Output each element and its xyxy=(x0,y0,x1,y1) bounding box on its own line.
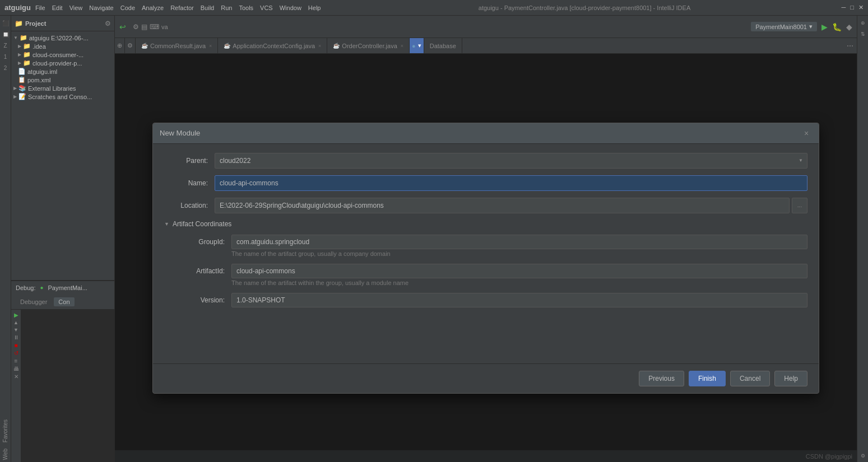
toolbar-icon-settings[interactable]: ⚙ xyxy=(133,23,139,31)
favorites-label: Favorites xyxy=(1,417,10,445)
tab-console[interactable]: Con xyxy=(54,297,74,306)
debug-btn-settings[interactable]: ≡ xyxy=(15,358,18,364)
title-center: atguigu - PaymentController.java [cloud-… xyxy=(327,4,841,11)
editor-tabs: ⊕ ⚙ ☕ CommonResult.java × ☕ ApplicationC… xyxy=(115,38,857,54)
nav-icon-back[interactable]: ↩ xyxy=(119,22,126,31)
scratches-icon: 📝 xyxy=(18,93,26,100)
menu-build[interactable]: Build xyxy=(201,4,214,11)
toolbar-icon-format[interactable]: ⌨ xyxy=(150,23,159,31)
debug-btn-down[interactable]: ▼ xyxy=(13,327,18,333)
location-input[interactable] xyxy=(215,198,790,213)
tree-item-provider[interactable]: ▶ 📁 cloud-provider-p... xyxy=(11,59,114,67)
tab-database-label: Database xyxy=(430,43,456,49)
debug-btn-restart[interactable]: ↺ xyxy=(14,350,18,356)
project-folder-icon: 📁 xyxy=(20,34,27,41)
debug-btn-resume[interactable]: ▶ xyxy=(14,312,18,318)
tab-database[interactable]: Database xyxy=(424,38,462,54)
tab-active[interactable]: ● ▾ xyxy=(410,38,424,54)
tree-item-root[interactable]: ▼ 📁 atguigu E:\2022-06-... xyxy=(11,34,114,42)
cancel-button[interactable]: Cancel xyxy=(730,371,770,386)
menu-run[interactable]: Run xyxy=(221,4,232,11)
debug-btn-pause[interactable]: ⏸ xyxy=(13,334,19,340)
tab-debugger[interactable]: Debugger xyxy=(16,297,52,306)
name-input[interactable] xyxy=(215,175,807,191)
tab-commonresult-label: CommonResult.java xyxy=(150,43,206,49)
run-button[interactable]: ▶ xyxy=(821,22,828,31)
name-label: Name: xyxy=(164,179,215,187)
tree-item-idea[interactable]: ▶ 📁 .idea xyxy=(11,42,114,50)
menu-bar[interactable]: File Edit View Navigate Code Analyze Ref… xyxy=(35,4,321,11)
sidebar-icon-5[interactable]: 2 xyxy=(1,63,11,73)
location-browse-button[interactable]: ... xyxy=(792,198,807,213)
right-icon-gear[interactable]: ⚙ xyxy=(858,451,868,461)
close-tab-commonresult[interactable]: × xyxy=(209,43,212,49)
toolbar-search-text: va xyxy=(161,24,168,30)
tab-appcontext[interactable]: ☕ ApplicationContextConfig.java × xyxy=(218,38,327,54)
profile-button[interactable]: ◆ xyxy=(846,22,852,31)
run-config-selector[interactable]: PaymentMain8001 ▾ xyxy=(751,22,817,31)
minimize-button[interactable]: ─ xyxy=(842,4,846,11)
dialog-close-button[interactable]: × xyxy=(801,128,812,139)
sidebar-icon-4[interactable]: 1 xyxy=(1,52,11,62)
menu-navigate[interactable]: Navigate xyxy=(89,4,113,11)
location-row: Location: ... xyxy=(164,198,807,213)
close-button[interactable]: ✕ xyxy=(858,4,864,11)
menu-edit[interactable]: Edit xyxy=(52,4,63,11)
tab-nav-settings[interactable]: ⚙ xyxy=(125,38,136,54)
menu-window[interactable]: Window xyxy=(280,4,301,11)
debug-btn-clear[interactable]: ✕ xyxy=(14,374,18,380)
parent-select[interactable]: cloud2022 xyxy=(215,153,807,169)
tree-item-external[interactable]: ▶ 📚 External Libraries xyxy=(11,84,114,92)
tree-item-iml[interactable]: 📄 atguigu.iml xyxy=(11,67,114,76)
run-config-arrow: ▾ xyxy=(809,23,813,30)
active-tab-dropdown[interactable]: ▾ xyxy=(418,42,421,49)
settings-icon[interactable]: ⚙ xyxy=(105,20,111,27)
menu-help[interactable]: Help xyxy=(308,4,321,11)
menu-file[interactable]: File xyxy=(35,4,45,11)
close-tab-ordercontroller[interactable]: × xyxy=(401,43,403,49)
menu-tools[interactable]: Tools xyxy=(239,4,253,11)
menu-code[interactable]: Code xyxy=(120,4,135,11)
tree-item-scratches[interactable]: ▶ 📝 Scratches and Conso... xyxy=(11,92,114,101)
window-controls[interactable]: ─ □ ✕ xyxy=(842,4,864,11)
groupid-label: GroupId: xyxy=(175,235,231,246)
right-icon-world[interactable]: ⊕ xyxy=(858,18,868,28)
debug-session[interactable]: PaymentMai... xyxy=(48,284,87,291)
scratches-arrow: ▶ xyxy=(13,94,17,99)
tab-nav-left[interactable]: ⊕ xyxy=(115,38,125,54)
previous-button[interactable]: Previous xyxy=(639,371,684,386)
artifact-section-header[interactable]: ▼ Artifact Coordinates xyxy=(164,220,807,228)
java-file-icon-2: ☕ xyxy=(224,43,230,49)
debug-btn-up[interactable]: ▲ xyxy=(13,320,18,325)
close-tab-appcontext[interactable]: × xyxy=(318,43,321,49)
debug-button[interactable]: 🐛 xyxy=(832,22,842,31)
sidebar-icon-1[interactable]: ⬛ xyxy=(1,18,11,28)
debug-tabs: Debugger Con xyxy=(11,294,114,310)
maximize-button[interactable]: □ xyxy=(850,4,854,11)
debug-btn-print[interactable]: 🖶 xyxy=(13,366,19,372)
ext-arrow: ▶ xyxy=(13,86,17,91)
toolbar-icon-layout[interactable]: ▤ xyxy=(141,23,147,31)
help-button[interactable]: Help xyxy=(774,371,807,386)
sidebar-icon-3[interactable]: Z xyxy=(1,40,11,50)
sidebar-icon-2[interactable]: 🔲 xyxy=(1,29,11,39)
groupid-input[interactable] xyxy=(231,235,807,249)
debug-btn-stop[interactable]: ■ xyxy=(14,342,17,348)
right-icon-arrows[interactable]: ⇅ xyxy=(858,29,868,39)
tab-commonresult[interactable]: ☕ CommonResult.java × xyxy=(136,38,218,54)
parent-select-wrapper: cloud2022 ▼ xyxy=(215,153,807,169)
tree-item-consumer[interactable]: ▶ 📁 cloud-consumer-... xyxy=(11,50,114,59)
tab-more-options[interactable]: ⋯ xyxy=(843,42,857,50)
menu-refactor[interactable]: Refactor xyxy=(170,4,194,11)
finish-button[interactable]: Finish xyxy=(689,371,726,386)
artifact-section-title: Artifact Coordinates xyxy=(173,220,231,228)
tree-item-pom[interactable]: 📋 pom.xml xyxy=(11,76,114,84)
idea-arrow: ▶ xyxy=(18,44,21,49)
tab-ordercontroller[interactable]: ☕ OrderController.java × xyxy=(327,38,410,54)
menu-vcs[interactable]: VCS xyxy=(260,4,273,11)
version-input[interactable] xyxy=(231,293,807,307)
menu-view[interactable]: View xyxy=(69,4,83,11)
artifactid-input[interactable] xyxy=(231,264,807,278)
menu-analyze[interactable]: Analyze xyxy=(142,4,164,11)
groupid-row: GroupId: The name of the artifact group,… xyxy=(175,235,807,262)
